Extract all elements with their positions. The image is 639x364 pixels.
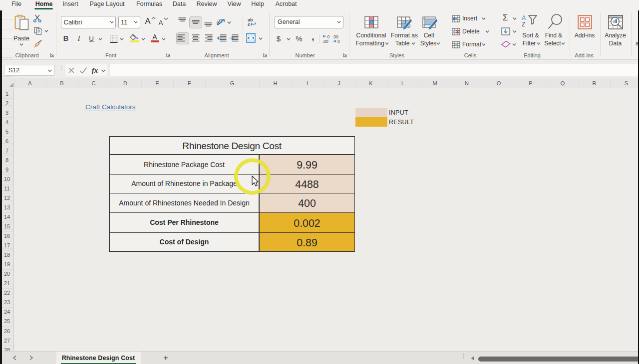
svg-text:Z: Z: [522, 21, 525, 28]
svg-text:c: c: [248, 22, 250, 26]
svg-text:0: 0: [337, 39, 340, 43]
svg-text:.00: .00: [322, 38, 328, 43]
svg-text:A: A: [522, 14, 526, 21]
